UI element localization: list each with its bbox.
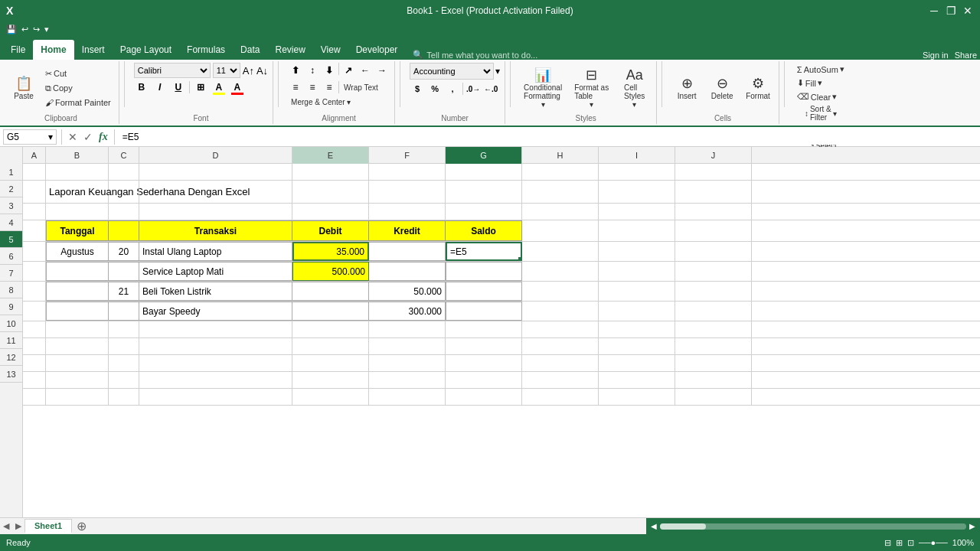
delete-cells-button[interactable]: ⊖ Delete (707, 73, 737, 103)
cell-a3[interactable] (23, 204, 46, 220)
cell-g1[interactable] (446, 164, 522, 180)
cell-e2[interactable] (292, 181, 369, 203)
insert-function-button[interactable]: fx (97, 129, 109, 145)
row-header-8[interactable]: 8 (0, 282, 22, 298)
tell-me-box[interactable]: Tell me what you want to do... (426, 51, 537, 60)
hscroll-left-btn[interactable]: ◀ (651, 522, 657, 530)
tab-data[interactable]: Data (233, 40, 267, 60)
sort-filter-dropdown[interactable]: ▾ (833, 109, 837, 118)
decimal-increase-button[interactable]: .0→ (466, 81, 481, 96)
cell-a13[interactable] (23, 389, 46, 405)
cell-c4[interactable] (109, 220, 139, 241)
cell-b11[interactable] (46, 355, 109, 371)
cell-a7[interactable] (23, 282, 46, 301)
cell-d3[interactable] (139, 204, 292, 220)
cell-j3[interactable] (675, 204, 752, 220)
cell-a6[interactable] (23, 262, 46, 281)
page-layout-view-btn[interactable]: ⊞ (896, 538, 903, 548)
cell-g4[interactable]: Saldo (446, 220, 522, 241)
cell-j1[interactable] (675, 164, 752, 180)
row-header-10[interactable]: 10 (0, 315, 22, 332)
row-header-11[interactable]: 11 (0, 332, 22, 349)
col-header-j[interactable]: J (675, 147, 752, 164)
quick-access-dropdown[interactable]: ▾ (44, 24, 49, 34)
cell-a1[interactable] (23, 164, 46, 180)
cell-e5[interactable]: 35.000 (292, 242, 369, 261)
cell-c6[interactable] (109, 262, 139, 281)
percent-button[interactable]: % (427, 81, 443, 96)
col-header-a[interactable]: A (23, 147, 46, 164)
undo-quick-btn[interactable]: ↩ (21, 24, 28, 34)
cell-e13[interactable] (292, 389, 369, 405)
cell-h3[interactable] (522, 204, 599, 220)
cell-c9[interactable] (109, 321, 139, 337)
wrap-text-button[interactable]: Wrap Text (341, 82, 381, 93)
cell-g2[interactable] (446, 181, 522, 203)
row-header-5[interactable]: 5 (0, 231, 22, 248)
cell-a4[interactable] (23, 220, 46, 241)
cell-b13[interactable] (46, 389, 109, 405)
cell-j2[interactable] (675, 181, 752, 203)
redo-quick-btn[interactable]: ↪ (33, 24, 40, 34)
cell-b9[interactable] (46, 321, 109, 337)
col-header-g[interactable]: G (446, 147, 522, 164)
conditional-dropdown[interactable]: ▾ (541, 100, 545, 109)
fill-button[interactable]: ⬇ Fill ▾ (794, 77, 825, 90)
cell-j6[interactable] (675, 262, 752, 281)
cell-b3[interactable] (46, 204, 109, 220)
cell-j7[interactable] (675, 282, 752, 301)
cell-j12[interactable] (675, 372, 752, 388)
cell-h6[interactable] (522, 262, 599, 281)
cell-g7[interactable] (446, 282, 522, 301)
fill-dropdown[interactable]: ▾ (818, 78, 822, 88)
tab-page-layout[interactable]: Page Layout (113, 40, 179, 60)
cell-h13[interactable] (522, 389, 599, 405)
cell-b7[interactable] (46, 282, 109, 301)
cell-d1[interactable] (139, 164, 292, 180)
tab-review[interactable]: Review (267, 40, 312, 60)
cell-h11[interactable] (522, 355, 599, 371)
merge-dropdown-icon[interactable]: ▾ (347, 98, 351, 106)
autosum-button[interactable]: Σ AutoSum ▾ (794, 63, 848, 76)
cell-j11[interactable] (675, 355, 752, 371)
tab-formulas[interactable]: Formulas (179, 40, 233, 60)
cell-g13[interactable] (446, 389, 522, 405)
comma-button[interactable]: , (445, 81, 460, 96)
col-header-i[interactable]: I (599, 147, 675, 164)
row-header-13[interactable]: 13 (0, 366, 22, 383)
share-btn[interactable]: Share (955, 51, 977, 60)
cell-c8[interactable] (109, 302, 139, 321)
cell-i4[interactable] (599, 220, 675, 241)
cut-button[interactable]: ✂ Cut (42, 67, 114, 80)
cell-c7[interactable]: 21 (109, 282, 139, 301)
row-header-2[interactable]: 2 (0, 181, 22, 197)
clear-dropdown[interactable]: ▾ (832, 92, 837, 102)
number-format-select[interactable]: Accounting (410, 63, 494, 80)
cell-b5[interactable]: Agustus (46, 242, 109, 261)
col-header-d[interactable]: D (139, 147, 292, 164)
cell-i13[interactable] (599, 389, 675, 405)
cell-h10[interactable] (522, 338, 599, 354)
row-header-6[interactable]: 6 (0, 248, 22, 265)
col-header-c[interactable]: C (109, 147, 139, 164)
cell-j13[interactable] (675, 389, 752, 405)
cell-f7[interactable]: 50.000 (369, 282, 446, 301)
borders-button[interactable]: ⊞ (193, 80, 208, 95)
cell-c12[interactable] (109, 372, 139, 388)
copy-button[interactable]: ⧉ Copy (42, 82, 114, 95)
cell-i7[interactable] (599, 282, 675, 301)
cell-f1[interactable] (369, 164, 446, 180)
cell-a9[interactable] (23, 321, 46, 337)
cell-g8[interactable] (446, 302, 522, 321)
cell-e3[interactable] (292, 204, 369, 220)
cell-b4[interactable]: Tanggal (46, 220, 109, 241)
cell-i10[interactable] (599, 338, 675, 354)
conditional-formatting-button[interactable]: 📊 ConditionalFormatting ▾ (520, 64, 566, 111)
cell-i9[interactable] (599, 321, 675, 337)
cell-j9[interactable] (675, 321, 752, 337)
col-header-b[interactable]: B (46, 147, 109, 164)
cell-i6[interactable] (599, 262, 675, 281)
cell-i12[interactable] (599, 372, 675, 388)
font-shrink-icon[interactable]: A↓ (256, 65, 268, 77)
cell-f11[interactable] (369, 355, 446, 371)
